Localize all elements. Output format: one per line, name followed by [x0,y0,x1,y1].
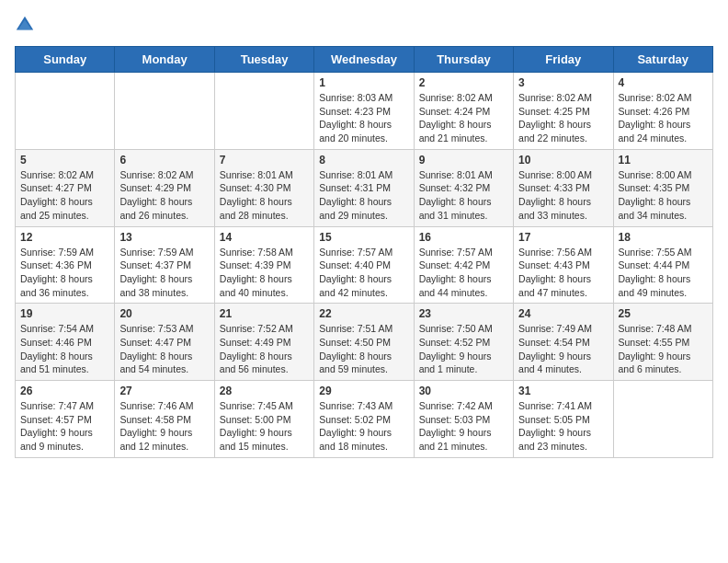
day-number: 15 [319,231,408,244]
day-info: Sunrise: 7:41 AM Sunset: 5:05 PM Dayligh… [518,399,608,454]
day-number: 12 [20,231,109,244]
calendar-day-cell: 12Sunrise: 7:59 AM Sunset: 4:36 PM Dayli… [16,226,115,304]
day-info: Sunrise: 7:46 AM Sunset: 4:58 PM Dayligh… [119,399,209,454]
day-number: 3 [518,76,608,89]
day-number: 10 [518,154,608,167]
day-info: Sunrise: 7:56 AM Sunset: 4:43 PM Dayligh… [518,246,608,300]
day-of-week-header: Sunday [16,47,115,73]
calendar-day-cell: 22Sunrise: 7:51 AM Sunset: 4:50 PM Dayli… [314,304,414,381]
day-number: 1 [319,76,408,89]
day-info: Sunrise: 7:50 AM Sunset: 4:52 PM Dayligh… [419,322,508,376]
calendar-day-cell: 16Sunrise: 7:57 AM Sunset: 4:42 PM Dayli… [414,226,513,304]
calendar-day-cell: 31Sunrise: 7:41 AM Sunset: 5:05 PM Dayli… [514,381,613,458]
page-header [15,15,713,35]
day-number: 5 [20,154,109,167]
day-number: 2 [419,76,508,89]
day-info: Sunrise: 7:57 AM Sunset: 4:42 PM Dayligh… [419,246,508,300]
day-of-week-header: Friday [514,47,613,73]
day-number: 11 [619,154,708,167]
calendar-day-cell: 26Sunrise: 7:47 AM Sunset: 4:57 PM Dayli… [16,381,115,458]
day-number: 23 [419,307,508,320]
day-info: Sunrise: 8:01 AM Sunset: 4:31 PM Dayligh… [319,168,408,223]
day-info: Sunrise: 7:43 AM Sunset: 5:02 PM Dayligh… [319,399,408,454]
calendar-week-row: 19Sunrise: 7:54 AM Sunset: 4:46 PM Dayli… [16,304,713,381]
calendar-empty-cell [613,381,712,458]
day-number: 21 [220,307,309,320]
day-number: 28 [220,385,309,397]
calendar-week-row: 1Sunrise: 8:03 AM Sunset: 4:23 PM Daylig… [16,73,713,150]
calendar-day-cell: 27Sunrise: 7:46 AM Sunset: 4:58 PM Dayli… [115,381,214,458]
day-number: 26 [20,385,109,397]
calendar-day-cell: 7Sunrise: 8:01 AM Sunset: 4:30 PM Daylig… [214,149,313,226]
calendar-day-cell: 3Sunrise: 8:02 AM Sunset: 4:25 PM Daylig… [514,73,613,150]
calendar-day-cell: 23Sunrise: 7:50 AM Sunset: 4:52 PM Dayli… [414,304,513,381]
day-info: Sunrise: 8:02 AM Sunset: 4:26 PM Dayligh… [619,91,708,145]
day-number: 22 [319,307,408,320]
calendar-empty-cell [115,73,214,150]
day-number: 9 [419,154,508,167]
calendar-day-cell: 11Sunrise: 8:00 AM Sunset: 4:35 PM Dayli… [613,149,712,226]
day-info: Sunrise: 8:01 AM Sunset: 4:30 PM Dayligh… [220,168,309,223]
day-info: Sunrise: 7:57 AM Sunset: 4:40 PM Dayligh… [319,246,408,300]
calendar-day-cell: 28Sunrise: 7:45 AM Sunset: 5:00 PM Dayli… [214,381,313,458]
day-of-week-header: Tuesday [214,47,313,73]
day-info: Sunrise: 8:02 AM Sunset: 4:29 PM Dayligh… [119,168,209,223]
day-info: Sunrise: 7:52 AM Sunset: 4:49 PM Dayligh… [220,322,309,376]
calendar-table: SundayMondayTuesdayWednesdayThursdayFrid… [15,46,713,458]
day-info: Sunrise: 7:47 AM Sunset: 4:57 PM Dayligh… [20,399,109,454]
day-info: Sunrise: 7:48 AM Sunset: 4:55 PM Dayligh… [619,322,708,376]
calendar-empty-cell [214,73,313,150]
calendar-day-cell: 24Sunrise: 7:49 AM Sunset: 4:54 PM Dayli… [514,304,613,381]
day-number: 27 [119,385,209,397]
day-info: Sunrise: 7:54 AM Sunset: 4:46 PM Dayligh… [20,322,109,376]
calendar-day-cell: 4Sunrise: 8:02 AM Sunset: 4:26 PM Daylig… [613,73,712,150]
day-of-week-header: Saturday [613,47,712,73]
calendar-day-cell: 18Sunrise: 7:55 AM Sunset: 4:44 PM Dayli… [613,226,712,304]
day-number: 24 [518,307,608,320]
calendar-day-cell: 9Sunrise: 8:01 AM Sunset: 4:32 PM Daylig… [414,149,513,226]
calendar-day-cell: 29Sunrise: 7:43 AM Sunset: 5:02 PM Dayli… [314,381,414,458]
calendar-day-cell: 20Sunrise: 7:53 AM Sunset: 4:47 PM Dayli… [115,304,214,381]
day-number: 4 [619,76,708,89]
day-info: Sunrise: 7:42 AM Sunset: 5:03 PM Dayligh… [419,399,508,454]
calendar-day-cell: 17Sunrise: 7:56 AM Sunset: 4:43 PM Dayli… [514,226,613,304]
calendar-day-cell: 10Sunrise: 8:00 AM Sunset: 4:33 PM Dayli… [514,149,613,226]
day-number: 7 [220,154,309,167]
day-info: Sunrise: 8:00 AM Sunset: 4:33 PM Dayligh… [518,168,608,223]
day-info: Sunrise: 8:02 AM Sunset: 4:24 PM Dayligh… [419,91,508,145]
calendar-empty-cell [16,73,115,150]
calendar-day-cell: 30Sunrise: 7:42 AM Sunset: 5:03 PM Dayli… [414,381,513,458]
day-number: 30 [419,385,508,397]
calendar-day-cell: 8Sunrise: 8:01 AM Sunset: 4:31 PM Daylig… [314,149,414,226]
calendar-day-cell: 14Sunrise: 7:58 AM Sunset: 4:39 PM Dayli… [214,226,313,304]
day-number: 13 [119,231,209,244]
day-of-week-header: Wednesday [314,47,414,73]
day-info: Sunrise: 7:53 AM Sunset: 4:47 PM Dayligh… [119,322,209,376]
day-number: 16 [419,231,508,244]
day-info: Sunrise: 7:59 AM Sunset: 4:37 PM Dayligh… [119,246,209,300]
calendar-week-row: 12Sunrise: 7:59 AM Sunset: 4:36 PM Dayli… [16,226,713,304]
day-number: 18 [619,231,708,244]
calendar-day-cell: 6Sunrise: 8:02 AM Sunset: 4:29 PM Daylig… [115,149,214,226]
day-number: 25 [619,307,708,320]
day-of-week-header: Monday [115,47,214,73]
day-info: Sunrise: 7:55 AM Sunset: 4:44 PM Dayligh… [619,246,708,300]
calendar-header-row: SundayMondayTuesdayWednesdayThursdayFrid… [16,47,713,73]
day-info: Sunrise: 7:45 AM Sunset: 5:00 PM Dayligh… [220,399,309,454]
calendar-week-row: 26Sunrise: 7:47 AM Sunset: 4:57 PM Dayli… [16,381,713,458]
calendar-day-cell: 15Sunrise: 7:57 AM Sunset: 4:40 PM Dayli… [314,226,414,304]
day-number: 17 [518,231,608,244]
day-number: 19 [20,307,109,320]
day-info: Sunrise: 8:00 AM Sunset: 4:35 PM Dayligh… [619,168,708,223]
day-info: Sunrise: 8:02 AM Sunset: 4:25 PM Dayligh… [518,91,608,145]
day-info: Sunrise: 8:01 AM Sunset: 4:32 PM Dayligh… [419,168,508,223]
day-of-week-header: Thursday [414,47,513,73]
day-number: 6 [119,154,209,167]
day-info: Sunrise: 8:03 AM Sunset: 4:23 PM Dayligh… [319,91,408,145]
calendar-day-cell: 25Sunrise: 7:48 AM Sunset: 4:55 PM Dayli… [613,304,712,381]
logo [15,15,39,35]
calendar-day-cell: 13Sunrise: 7:59 AM Sunset: 4:37 PM Dayli… [115,226,214,304]
calendar-day-cell: 21Sunrise: 7:52 AM Sunset: 4:49 PM Dayli… [214,304,313,381]
day-number: 29 [319,385,408,397]
day-info: Sunrise: 7:59 AM Sunset: 4:36 PM Dayligh… [20,246,109,300]
